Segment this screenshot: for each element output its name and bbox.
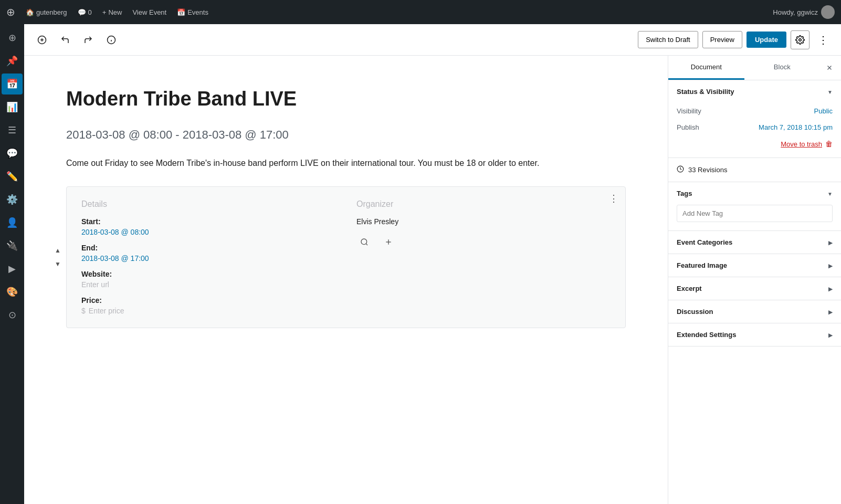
- event-categories-header[interactable]: Event Categories: [668, 231, 841, 254]
- tags-title: Tags: [677, 190, 692, 197]
- visibility-value[interactable]: Public: [814, 107, 833, 115]
- info-button[interactable]: [102, 30, 121, 49]
- sidebar-icon-circle[interactable]: ⊙: [2, 304, 23, 326]
- start-label: Start:: [81, 217, 335, 226]
- view-event-label: View Event: [132, 8, 166, 16]
- revisions-clock-icon: [677, 165, 684, 174]
- website-input[interactable]: Enter url: [81, 280, 335, 289]
- comments-link[interactable]: 💬 0: [72, 0, 97, 24]
- price-currency: $: [81, 307, 86, 315]
- site-name: gutenberg: [36, 8, 67, 16]
- sidebar-icon-calendar[interactable]: 📅: [2, 74, 23, 94]
- switch-to-draft-button[interactable]: Switch to Draft: [638, 31, 698, 48]
- event-details-block: ⋮ Details Start: 2018-03-08 @ 08:00 End:…: [66, 186, 626, 328]
- more-options-button[interactable]: ⋮: [814, 30, 833, 49]
- add-block-button[interactable]: [33, 30, 51, 49]
- excerpt-title: Excerpt: [677, 285, 702, 292]
- price-label: Price:: [81, 296, 335, 304]
- end-value[interactable]: 2018-03-08 @ 17:00: [81, 254, 335, 262]
- new-link[interactable]: + New: [97, 0, 128, 24]
- event-categories-title: Event Categories: [677, 238, 732, 246]
- svg-line-8: [366, 244, 367, 245]
- start-value[interactable]: 2018-03-08 @ 08:00: [81, 228, 335, 236]
- view-event-link[interactable]: View Event: [127, 0, 172, 24]
- sidebar-icon-chart[interactable]: 📊: [2, 97, 23, 118]
- tags-header[interactable]: Tags: [668, 182, 841, 205]
- undo-button[interactable]: [56, 30, 75, 49]
- settings-button[interactable]: [791, 30, 810, 49]
- event-date-range: 2018-03-08 @ 08:00 - 2018-03-08 @ 17:00: [66, 128, 626, 142]
- events-link[interactable]: 📅 Events: [172, 0, 214, 24]
- extended-settings-header[interactable]: Extended Settings: [668, 323, 841, 346]
- status-visibility-section: Status & Visibility Visibility Public Pu…: [668, 80, 841, 158]
- sidebar-icon-edit[interactable]: ✏️: [2, 166, 23, 187]
- panel-close-button[interactable]: [820, 58, 839, 77]
- sidebar-icon-brush[interactable]: 🎨: [2, 281, 23, 302]
- details-header: Details: [81, 200, 335, 209]
- end-label: End:: [81, 244, 335, 252]
- sidebar-icon-user[interactable]: 👤: [2, 212, 23, 233]
- preview-button[interactable]: Preview: [702, 31, 742, 48]
- block-move-buttons: ▲ ▼: [51, 244, 64, 270]
- tab-block[interactable]: Block: [744, 56, 821, 80]
- price-input[interactable]: Enter price: [89, 307, 124, 315]
- sidebar-icon-media[interactable]: ▶: [2, 258, 23, 279]
- events-label: Events: [187, 8, 208, 16]
- home-icon: 🏠: [26, 8, 34, 16]
- post-title[interactable]: Modern Tribe Band LIVE: [66, 87, 626, 111]
- redo-button[interactable]: [79, 30, 98, 49]
- wp-logo[interactable]: ⊕: [6, 6, 15, 18]
- sidebar-icon-pin[interactable]: 📌: [2, 50, 23, 71]
- organizer-name: Elvis Presley: [356, 217, 611, 226]
- featured-image-chevron-right-icon: [828, 261, 833, 269]
- move-block-down-button[interactable]: ▼: [51, 258, 64, 270]
- panel-tabs: Document Block: [668, 56, 841, 80]
- status-visibility-title: Status & Visibility: [677, 88, 734, 96]
- site-name-link[interactable]: 🏠 gutenberg: [20, 0, 72, 24]
- sidebar-icon-tools[interactable]: ⚙️: [2, 189, 23, 210]
- move-block-up-button[interactable]: ▲: [51, 244, 64, 257]
- discussion-section: Discussion: [668, 300, 841, 323]
- status-visibility-header[interactable]: Status & Visibility: [668, 80, 841, 103]
- revisions-row[interactable]: 33 Revisions: [668, 158, 841, 182]
- tags-section: Tags: [668, 182, 841, 231]
- editor-area: Modern Tribe Band LIVE 2018-03-08 @ 08:0…: [24, 56, 668, 504]
- organizer-actions: [356, 234, 611, 250]
- svg-point-6: [799, 38, 802, 41]
- excerpt-section: Excerpt: [668, 277, 841, 300]
- trash-icon: 🗑: [825, 140, 833, 148]
- featured-image-header[interactable]: Featured Image: [668, 254, 841, 277]
- discussion-title: Discussion: [677, 308, 713, 316]
- publish-label: Publish: [677, 123, 699, 131]
- document-panel: Document Block Status & Visibility Visib…: [668, 56, 841, 504]
- visibility-label: Visibility: [677, 107, 701, 115]
- tags-content: [668, 205, 841, 230]
- howdy-text: Howdy, ggwicz: [773, 5, 835, 19]
- publish-row: Publish March 7, 2018 10:15 pm: [677, 119, 833, 135]
- sidebar-icon-plugin[interactable]: 🔌: [2, 235, 23, 256]
- details-column: Details Start: 2018-03-08 @ 08:00 End: 2…: [81, 200, 335, 315]
- publish-value[interactable]: March 7, 2018 10:15 pm: [759, 123, 833, 131]
- update-button[interactable]: Update: [747, 32, 786, 48]
- organizer-header: Organizer: [356, 200, 611, 209]
- event-description[interactable]: Come out Friday to see Modern Tribe's in…: [66, 156, 626, 170]
- search-organizer-button[interactable]: [356, 234, 372, 250]
- extended-settings-section: Extended Settings: [668, 323, 841, 346]
- website-label: Website:: [81, 270, 335, 278]
- move-to-trash-link[interactable]: Move to trash: [781, 140, 822, 148]
- status-visibility-content: Visibility Public Publish March 7, 2018 …: [668, 103, 841, 158]
- sidebar-icon-list[interactable]: ☰: [2, 120, 23, 141]
- plus-icon: +: [102, 8, 107, 16]
- sidebar-icon-dashboard[interactable]: ⊕: [2, 27, 23, 48]
- price-row: $ Enter price: [81, 307, 335, 315]
- sidebar-icon-comments[interactable]: 💬: [2, 143, 23, 164]
- add-organizer-button[interactable]: [381, 234, 396, 250]
- avatar[interactable]: [821, 5, 835, 19]
- excerpt-header[interactable]: Excerpt: [668, 277, 841, 300]
- discussion-chevron-right-icon: [828, 308, 833, 316]
- tag-input[interactable]: [677, 205, 833, 222]
- block-more-button[interactable]: ⋮: [606, 191, 621, 206]
- tab-document[interactable]: Document: [668, 56, 744, 80]
- event-categories-chevron-right-icon: [828, 238, 833, 246]
- discussion-header[interactable]: Discussion: [668, 300, 841, 323]
